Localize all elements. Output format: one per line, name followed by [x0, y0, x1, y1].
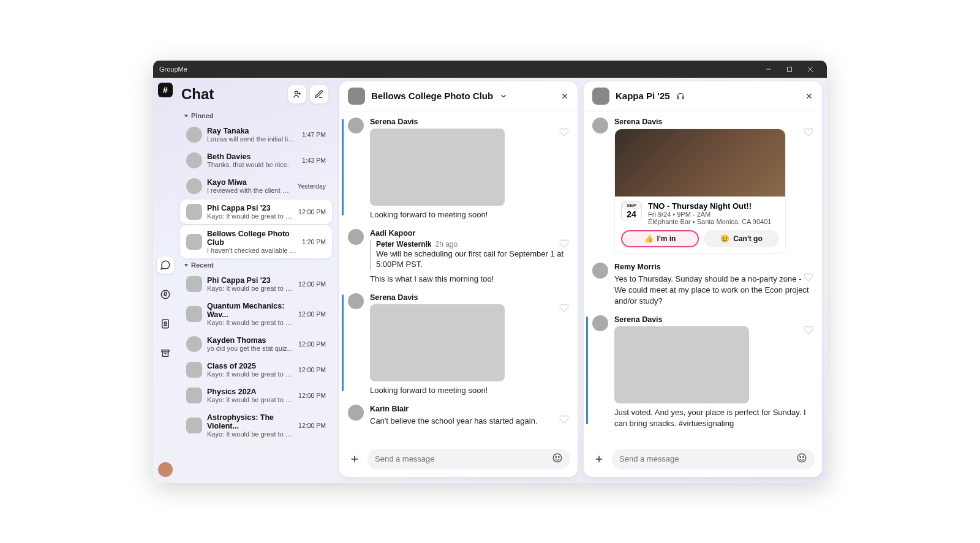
conversation-item[interactable]: Class of 2025Kayo: It would be great to …: [180, 358, 332, 382]
svg-rect-1: [788, 67, 792, 71]
window-minimize-button[interactable]: [758, 61, 779, 78]
group-avatar: [592, 88, 609, 105]
svg-marker-13: [184, 264, 188, 266]
message: Serena Davis SEP 24 TNO - Thursday: [592, 118, 813, 254]
emoji-button[interactable]: [796, 452, 807, 466]
like-button[interactable]: [559, 239, 569, 251]
quoted-message: Peter Westernik2h ago We will be schedul…: [370, 240, 569, 270]
add-contact-button[interactable]: [288, 85, 306, 103]
pinned-section-header[interactable]: Pinned: [178, 110, 334, 122]
chat-title: Bellows College Photo Club: [371, 91, 493, 101]
sender-avatar: [592, 263, 608, 279]
conversation-item[interactable]: Beth DaviesThanks, that would be nice. 1…: [180, 148, 332, 173]
message: Karin Blair Can't believe the school yea…: [348, 405, 569, 427]
like-button[interactable]: [559, 414, 569, 427]
event-card: SEP 24 TNO - Thursday Night Out!! Fri 9/…: [614, 129, 786, 254]
conversation-item[interactable]: Kayden Thomasyo did you get the stat qui…: [180, 332, 332, 356]
like-button[interactable]: [559, 127, 569, 140]
chat-pane-1: Bellows College Photo Club Serena Davis …: [339, 81, 578, 477]
svg-point-9: [295, 91, 298, 94]
conversation-item[interactable]: Ray TanakaLouisa will send the initial l…: [180, 122, 332, 147]
svg-point-18: [553, 454, 562, 462]
attach-button[interactable]: [347, 451, 363, 467]
message-photo[interactable]: [614, 326, 749, 403]
app-window: GroupMe # Chat Pinned: [153, 61, 827, 483]
current-user-avatar[interactable]: [158, 462, 173, 477]
compose-button[interactable]: [310, 85, 328, 103]
attach-button[interactable]: [591, 451, 607, 467]
sender-avatar: [348, 405, 364, 421]
svg-point-6: [164, 321, 167, 324]
caret-down-icon: [184, 263, 189, 268]
svg-rect-21: [677, 97, 678, 99]
message-photo[interactable]: [370, 304, 505, 381]
event-cover-photo: [615, 129, 785, 197]
conversation-item[interactable]: Quantum Mechanics: Wav...Kayo: It would …: [180, 298, 332, 331]
message-photo[interactable]: [370, 129, 505, 206]
sad-face-icon: 😢: [720, 234, 729, 243]
sender-avatar: [592, 118, 608, 133]
group-avatar: [348, 88, 365, 105]
svg-point-19: [556, 456, 557, 457]
message-input[interactable]: [619, 454, 796, 463]
message-list: Serena Davis Looking forward to meeting …: [339, 111, 578, 444]
svg-point-27: [797, 454, 806, 462]
svg-marker-12: [184, 114, 188, 117]
titlebar: GroupMe: [153, 61, 827, 78]
like-button[interactable]: [804, 127, 813, 140]
conversation-item[interactable]: Bellows College Photo ClubI haven't chec…: [180, 225, 332, 258]
svg-point-29: [803, 456, 804, 457]
message: Remy Morris Yes to Thursday. Sunday shou…: [592, 263, 813, 307]
message-input[interactable]: [375, 454, 552, 463]
thumbs-up-icon: 👍: [644, 234, 654, 243]
emoji-button[interactable]: [552, 452, 563, 466]
sender-avatar: [348, 229, 364, 245]
svg-point-4: [161, 290, 170, 299]
conversation-list: Chat Pinned Ray TanakaLouisa will send t…: [178, 78, 337, 483]
app-logo: #: [158, 83, 173, 97]
svg-rect-22: [682, 97, 684, 99]
like-button[interactable]: [804, 325, 813, 337]
headphones-icon: [676, 92, 685, 100]
window-close-button[interactable]: [800, 61, 821, 78]
conversation-item[interactable]: Physics 202AKayo: It would be great to s…: [180, 383, 332, 408]
rail-archive-button[interactable]: [157, 345, 174, 362]
message: Serena Davis Looking forward to meeting …: [348, 118, 569, 220]
message-list: Serena Davis SEP 24 TNO - Thursday: [584, 111, 822, 444]
close-pane-button[interactable]: [805, 92, 813, 100]
svg-rect-7: [162, 350, 169, 351]
caret-down-icon: [184, 113, 189, 118]
message: Aadi Kapoor Peter Westernik2h ago We wil…: [348, 229, 569, 285]
message-composer: [339, 444, 578, 477]
conversation-item[interactable]: Phi Cappa Psi '23Kayo: It would be great…: [180, 272, 332, 296]
chat-title: Kappa Pi '25: [616, 91, 670, 101]
rail-chat-button[interactable]: [157, 257, 174, 274]
rsvp-no-button[interactable]: 😢Can't go: [704, 230, 779, 247]
message-composer: [584, 444, 822, 477]
rsvp-yes-button[interactable]: 👍I'm in: [621, 230, 699, 247]
message: Serena Davis Looking forward to meeting …: [348, 293, 569, 396]
conversation-item[interactable]: Phi Cappa Psi '23Kayo: It would be great…: [180, 200, 332, 224]
svg-point-20: [559, 456, 560, 457]
recent-section-header[interactable]: Recent: [178, 259, 334, 271]
close-pane-button[interactable]: [560, 92, 569, 100]
conversation-item[interactable]: Astrophysics: The Violent...Kayo: It wou…: [180, 409, 332, 442]
window-title: GroupMe: [159, 66, 187, 73]
window-maximize-button[interactable]: [779, 61, 800, 78]
like-button[interactable]: [804, 272, 813, 285]
sender-avatar: [348, 293, 364, 309]
conversation-item[interactable]: Kayo MiwaI reviewed with the client on..…: [180, 174, 332, 198]
sender-avatar: [592, 315, 608, 331]
chat-heading: Chat: [181, 86, 284, 103]
event-date-badge: SEP 24: [621, 201, 642, 220]
rail-contacts-button[interactable]: [157, 315, 174, 332]
message: Serena Davis Just voted. And yes, your p…: [592, 315, 813, 429]
nav-rail: #: [153, 78, 178, 483]
chevron-down-icon[interactable]: [499, 92, 508, 100]
chat-pane-2: Kappa Pi '25 Serena Davis: [584, 81, 822, 477]
like-button[interactable]: [559, 303, 569, 315]
rail-discover-button[interactable]: [157, 286, 174, 303]
sender-avatar: [348, 118, 364, 133]
svg-point-28: [800, 456, 801, 457]
